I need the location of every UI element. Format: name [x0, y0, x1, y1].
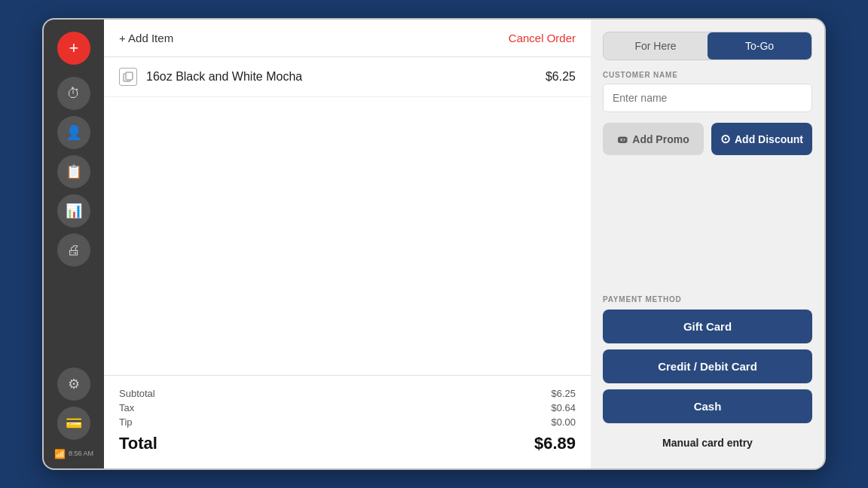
- total-label: Total: [119, 434, 157, 453]
- payment-section: PAYMENT METHOD Gift Card Credit / Debit …: [603, 295, 812, 456]
- chart-icon[interactable]: 📊: [57, 194, 90, 227]
- item-price: $6.25: [546, 70, 576, 84]
- promo-icon: 🎟: [617, 133, 628, 145]
- manual-card-entry-button[interactable]: Manual card entry: [603, 429, 812, 456]
- sidebar: + ⏱ 👤 📋 📊 🖨 ⚙ 💳 📶 8:56 AM: [44, 20, 104, 468]
- svg-rect-1: [126, 72, 133, 80]
- status-time: 8:56 AM: [69, 450, 93, 459]
- subtotal-row: Subtotal $6.25: [119, 388, 576, 399]
- add-promo-button[interactable]: 🎟 Add Promo: [603, 123, 704, 155]
- for-here-button[interactable]: For Here: [604, 32, 708, 59]
- payment-method-label: PAYMENT METHOD: [603, 295, 812, 303]
- card-icon[interactable]: 💳: [57, 407, 90, 440]
- customer-name-label: CUSTOMER NAME: [603, 71, 812, 79]
- discount-label: Add Discount: [735, 133, 803, 145]
- tip-label: Tip: [119, 416, 133, 428]
- cash-button[interactable]: Cash: [603, 389, 812, 423]
- item-copy-icon: [119, 68, 137, 86]
- person-icon[interactable]: 👤: [57, 116, 90, 149]
- spacer: [603, 166, 812, 285]
- order-totals: Subtotal $6.25 Tax $0.64 Tip $0.00 Total…: [104, 375, 591, 468]
- add-discount-button[interactable]: ⊙ Add Discount: [711, 123, 812, 155]
- cancel-order-button[interactable]: Cancel Order: [509, 32, 576, 44]
- tip-row: Tip $0.00: [119, 416, 576, 428]
- total-value: $6.89: [534, 434, 576, 453]
- tax-row: Tax $0.64: [119, 402, 576, 413]
- customer-name-section: CUSTOMER NAME: [603, 71, 812, 112]
- register-icon[interactable]: 🖨: [57, 233, 90, 267]
- add-item-button[interactable]: + Add Item: [119, 32, 173, 44]
- gift-card-button[interactable]: Gift Card: [603, 310, 812, 343]
- promo-discount-row: 🎟 Add Promo ⊙ Add Discount: [603, 123, 812, 155]
- order-panel: + Add Item Cancel Order 16oz Black and W…: [104, 20, 591, 468]
- table-row[interactable]: 16oz Black and White Mocha $6.25: [104, 57, 591, 97]
- tax-label: Tax: [119, 402, 134, 413]
- promo-label: Add Promo: [632, 133, 689, 145]
- clock-icon[interactable]: ⏱: [57, 77, 90, 110]
- customer-name-input[interactable]: [603, 84, 812, 112]
- right-panel: For Here To-Go CUSTOMER NAME 🎟 Add Promo…: [591, 20, 824, 468]
- to-go-button[interactable]: To-Go: [708, 32, 811, 59]
- order-items-list: 16oz Black and White Mocha $6.25: [104, 57, 591, 375]
- clipboard-icon[interactable]: 📋: [57, 155, 90, 188]
- discount-icon: ⊙: [720, 132, 730, 146]
- add-button[interactable]: +: [57, 32, 90, 65]
- order-header: + Add Item Cancel Order: [104, 20, 591, 57]
- tax-value: $0.64: [551, 402, 576, 413]
- subtotal-label: Subtotal: [119, 388, 155, 399]
- item-name: 16oz Black and White Mocha: [146, 70, 536, 84]
- subtotal-value: $6.25: [551, 388, 576, 399]
- total-row: Total $6.89: [119, 434, 576, 453]
- tip-value: $0.00: [551, 416, 576, 428]
- order-type-toggle: For Here To-Go: [603, 32, 812, 60]
- settings-icon[interactable]: ⚙: [57, 368, 90, 401]
- credit-debit-button[interactable]: Credit / Debit Card: [603, 349, 812, 383]
